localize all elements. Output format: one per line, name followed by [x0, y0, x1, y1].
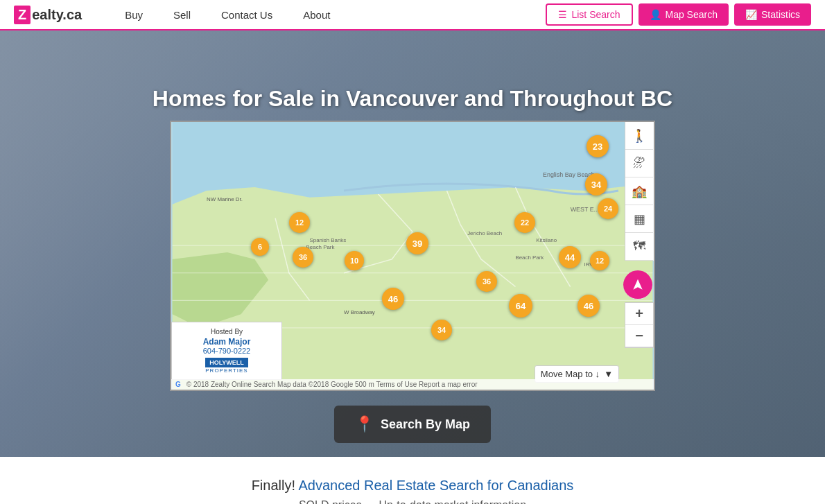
- zoom-in-button[interactable]: +: [625, 303, 653, 325]
- statistics-label: Statistics: [761, 9, 800, 20]
- weather-button[interactable]: ⛈: [625, 150, 653, 177]
- bottom-section: Finally! Advanced Real Estate Search for…: [0, 457, 825, 504]
- map-search-icon: 👤: [650, 9, 661, 20]
- cluster-marker-c2[interactable]: 34: [585, 173, 607, 195]
- hero-section: Homes for Sale in Vancouver and Througho…: [0, 31, 825, 457]
- statistics-icon: 📈: [745, 9, 757, 20]
- cluster-marker-c10[interactable]: 36: [476, 271, 497, 292]
- cluster-marker-c1[interactable]: 23: [587, 135, 609, 157]
- cluster-marker-c4[interactable]: 6: [251, 238, 269, 256]
- statistics-button[interactable]: 📈 Statistics: [734, 3, 811, 26]
- nav-links: Buy Sell Contact Us About: [110, 0, 546, 30]
- hosted-by-label: Hosted By: [177, 328, 276, 336]
- move-map-label: Move Map to ↓: [541, 369, 600, 379]
- holywell-name: HOLYWELL: [205, 358, 248, 367]
- map-container[interactable]: English Bay Beach Spanish Banks Beach Pa…: [170, 121, 655, 391]
- brokerage-logo: HOLYWELL PROPERTIES: [177, 358, 276, 374]
- cluster-marker-c5[interactable]: 22: [514, 212, 535, 233]
- cluster-marker-c12[interactable]: 12: [590, 251, 609, 270]
- cluster-marker-c6[interactable]: 24: [598, 198, 618, 219]
- holywell-sub: PROPERTIES: [177, 367, 276, 374]
- agent-phone: 604-790-0222: [177, 347, 276, 355]
- school-button[interactable]: 🏫: [625, 177, 653, 205]
- advanced-search-link[interactable]: Advanced Real Estate Search for Canadian…: [298, 478, 573, 493]
- navbar: Z ealty.ca Buy Sell Contact Us About ☰ L…: [0, 0, 825, 31]
- cluster-marker-c15[interactable]: 46: [578, 295, 600, 317]
- nav-buy[interactable]: Buy: [110, 0, 158, 30]
- cluster-marker-c13[interactable]: 46: [382, 288, 404, 310]
- map-zoom-controls: + −: [625, 302, 654, 348]
- logo-z-letter: Z: [14, 6, 31, 24]
- cluster-marker-c11[interactable]: 44: [559, 246, 581, 268]
- cluster-marker-c14[interactable]: 64: [509, 294, 532, 318]
- cluster-marker-c3[interactable]: 12: [289, 212, 310, 233]
- hero-title: Homes for Sale in Vancouver and Througho…: [0, 86, 825, 112]
- dropdown-arrow-icon: ▼: [604, 369, 613, 379]
- logo-text: ealty.ca: [32, 7, 82, 23]
- agent-card: Hosted By Adam Major 604-790-0222 HOLYWE…: [171, 322, 282, 380]
- bottom-intro: Finally! Advanced Real Estate Search for…: [14, 478, 811, 494]
- map-inner: English Bay Beach Spanish Banks Beach Pa…: [171, 122, 654, 390]
- map-attribution: G © 2018 Zealty Online Search Map data ©…: [171, 379, 654, 390]
- map-controls: 🚶 ⛈ 🏫 ▦ 🗺: [625, 122, 654, 261]
- list-search-button[interactable]: ☰ List Search: [546, 3, 632, 26]
- nav-about[interactable]: About: [288, 0, 345, 30]
- nav-sell[interactable]: Sell: [158, 0, 206, 30]
- agent-name: Adam Major: [177, 337, 276, 347]
- cluster-marker-c8[interactable]: 36: [293, 247, 313, 268]
- cluster-marker-c7[interactable]: 39: [406, 232, 428, 254]
- cluster-marker-c16[interactable]: 34: [431, 320, 452, 340]
- zoom-out-button[interactable]: −: [625, 325, 653, 347]
- bottom-tagline: SOLD prices — Up-to-date market informat…: [14, 499, 811, 504]
- map-type-button[interactable]: 🗺: [625, 233, 653, 261]
- cluster-marker-c9[interactable]: 10: [345, 251, 364, 270]
- map-search-button[interactable]: 👤 Map Search: [639, 3, 729, 26]
- nav-buttons: ☰ List Search 👤 Map Search 📈 Statistics: [546, 3, 811, 26]
- search-by-map-button[interactable]: 📍 Search By Map: [334, 406, 491, 443]
- layers-button[interactable]: ▦: [625, 205, 653, 233]
- map-pin-icon: 📍: [355, 415, 374, 433]
- list-search-label: List Search: [571, 9, 620, 20]
- bottom-intro-text: Finally!: [252, 478, 295, 493]
- street-view-button[interactable]: 🚶: [625, 122, 653, 150]
- google-logo: G: [175, 381, 181, 388]
- logo[interactable]: Z ealty.ca: [14, 6, 82, 24]
- search-by-map-label: Search By Map: [381, 417, 470, 432]
- nav-contact[interactable]: Contact Us: [206, 0, 288, 30]
- map-search-label: Map Search: [666, 9, 718, 20]
- attribution-text: © 2018 Zealty Online Search Map data ©20…: [186, 381, 478, 388]
- list-icon: ☰: [558, 9, 567, 20]
